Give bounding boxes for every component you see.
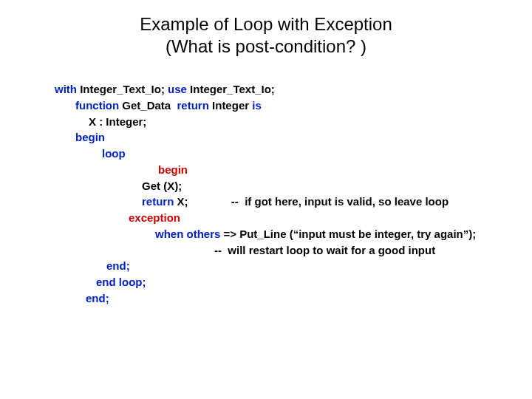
identifier: Integer_Text_Io; [80,83,168,95]
keyword-loop: loop [102,147,126,160]
code-line: begin [55,129,532,146]
keyword-begin-inner: begin [158,163,188,176]
code-line: end loop; [55,274,532,290]
code-line: with Integer_Text_Io; use Integer_Text_I… [55,81,532,98]
identifier: Integer [212,99,252,112]
code-line: return X; -- if got here, input is valid… [55,194,532,210]
keyword-end-final: end; [86,292,109,304]
keyword-with: with [55,83,80,95]
keyword-exception: exception [129,211,180,224]
statement: => Put_Line (“input must be integer, try… [224,228,477,240]
code-line: begin [55,162,532,178]
keyword-end-loop: end loop; [96,276,146,288]
keyword-is: is [252,99,262,112]
keyword-return: return [142,195,177,208]
code-line: when others => Put_Line (“input must be … [55,226,532,242]
slide-title: Example of Loop with Exception (What is … [0,13,532,58]
identifier: Get_Data [122,99,177,112]
slide: Example of Loop with Exception (What is … [0,0,532,399]
comment: -- if got here, input is valid, so leave… [188,195,449,208]
code-line: -- will restart loop to wait for a good … [55,242,532,259]
code-line: loop [55,146,532,162]
comment: -- will restart loop to wait for a good … [214,244,435,256]
code-line: end; [55,258,532,274]
code-line: function Get_Data return Integer is [55,98,532,114]
keyword-end: end; [106,259,130,272]
identifier: X; [177,195,188,208]
statement: Get (X); [142,180,182,192]
title-line-1: Example of Loop with Exception [140,14,392,34]
keyword-begin: begin [75,131,105,143]
keyword-use: use [168,83,190,95]
code-line: Get (X); [55,178,532,194]
keyword-when-others: when others [155,228,224,240]
code-line: end; [55,290,532,307]
keyword-return: return [177,99,213,112]
code-line: exception [55,210,532,226]
declaration: X : Integer; [89,115,146,128]
identifier: Integer_Text_Io; [190,83,275,95]
code-line: X : Integer; [55,114,532,130]
code-block: with Integer_Text_Io; use Integer_Text_I… [55,81,532,307]
title-line-2: (What is post-condition? ) [166,36,366,56]
keyword-function: function [75,99,122,112]
